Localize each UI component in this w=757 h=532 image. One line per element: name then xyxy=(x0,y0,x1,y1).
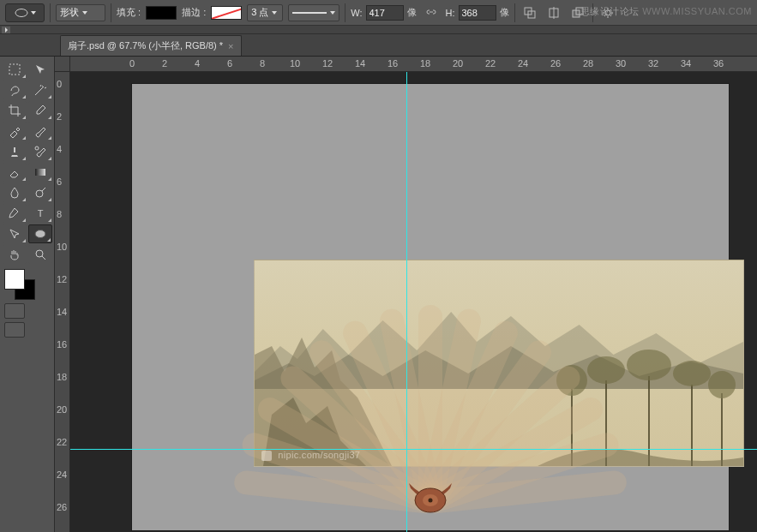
divider xyxy=(111,3,111,22)
align-button[interactable] xyxy=(544,3,563,22)
ruler-tick: 34 xyxy=(681,58,691,69)
zoom-tool[interactable] xyxy=(28,245,52,264)
ruler-tick: 20 xyxy=(57,404,67,415)
shape-mode-dropdown[interactable]: 形状 xyxy=(56,4,105,21)
fan-pivot xyxy=(407,481,454,521)
ruler-tick: 4 xyxy=(57,144,62,154)
ruler-tick: 24 xyxy=(518,58,528,69)
ellipse-icon xyxy=(14,8,29,18)
gradient-tool[interactable] xyxy=(28,163,52,182)
canvas[interactable]: nipic.com/songji37 xyxy=(132,84,729,530)
divider xyxy=(345,3,345,22)
stroke-width-dropdown[interactable]: 3 点 xyxy=(247,4,283,21)
site-watermark-cn: 思缘设计论坛 xyxy=(580,6,640,16)
stroke-style-dropdown[interactable] xyxy=(288,4,339,21)
svg-rect-18 xyxy=(35,169,45,176)
ruler-tick: 12 xyxy=(322,58,333,69)
ruler-tick: 26 xyxy=(550,58,561,69)
path-ops-button[interactable] xyxy=(520,3,539,22)
marquee-tool[interactable] xyxy=(3,60,27,79)
ruler-tick: 14 xyxy=(57,307,67,317)
foreground-color-swatch[interactable] xyxy=(4,269,25,290)
screen-mode-button[interactable] xyxy=(4,322,25,338)
brush-tool[interactable] xyxy=(28,122,52,140)
eyedropper-tool[interactable] xyxy=(28,101,52,120)
main-area: T 024681012141618202224262830323436 0246… xyxy=(0,57,757,532)
ruler-tick: 6 xyxy=(57,176,62,187)
horizontal-guide[interactable] xyxy=(70,449,757,450)
dodge-tool[interactable] xyxy=(28,183,52,202)
svg-point-0 xyxy=(15,9,27,16)
close-icon[interactable]: × xyxy=(228,41,233,51)
path-select-tool[interactable] xyxy=(3,224,27,243)
panel-collapse-bar xyxy=(0,26,757,34)
ruler-tick: 22 xyxy=(485,58,496,69)
image-watermark: nipic.com/songji37 xyxy=(261,450,360,461)
ruler-tick: 2 xyxy=(162,58,167,69)
svg-point-32 xyxy=(673,361,711,386)
magic-wand-tool[interactable] xyxy=(28,81,52,99)
link-wh-icon[interactable] xyxy=(422,3,441,22)
caret-down-icon xyxy=(272,11,277,15)
healing-brush-tool[interactable] xyxy=(3,122,27,140)
caret-down-icon xyxy=(82,11,87,15)
svg-line-20 xyxy=(42,188,45,191)
ruler-origin[interactable] xyxy=(55,57,70,72)
ruler-tick: 36 xyxy=(713,58,724,69)
document-tab-title: 扇子.psd @ 67.7% (小半径, RGB/8) * xyxy=(68,39,223,52)
ruler-tick: 16 xyxy=(57,339,67,350)
ruler-tick: 22 xyxy=(57,437,67,447)
vertical-ruler[interactable]: 02468101214161820222426 xyxy=(55,72,70,532)
crop-tool[interactable] xyxy=(3,101,27,120)
divider xyxy=(50,3,51,22)
ruler-tick: 20 xyxy=(453,58,463,69)
h-label: H: xyxy=(446,8,455,18)
lasso-tool[interactable] xyxy=(3,81,27,99)
eraser-tool[interactable] xyxy=(3,163,27,182)
ruler-tick: 26 xyxy=(57,502,67,512)
height-input[interactable] xyxy=(459,5,496,21)
svg-point-35 xyxy=(415,488,446,512)
svg-line-24 xyxy=(42,256,45,260)
tool-preset-well[interactable] xyxy=(5,3,45,22)
canvas-viewport[interactable]: nipic.com/songji37 xyxy=(70,72,757,532)
quick-mask-button[interactable] xyxy=(4,303,25,319)
shape-mode-label: 形状 xyxy=(60,6,79,19)
document-tab[interactable]: 扇子.psd @ 67.7% (小半径, RGB/8) * × xyxy=(60,35,242,56)
svg-point-19 xyxy=(36,190,43,197)
ellipse-shape-tool[interactable] xyxy=(28,224,52,243)
h-unit: 像 xyxy=(500,6,509,19)
hand-tool[interactable] xyxy=(3,245,27,264)
history-brush-tool[interactable] xyxy=(28,142,52,161)
caret-down-icon xyxy=(31,11,36,15)
quickmask-screenmode-row xyxy=(4,303,50,319)
ruler-tick: 2 xyxy=(57,111,62,122)
expand-handle[interactable] xyxy=(2,27,10,33)
ruler-tick: 0 xyxy=(129,58,135,69)
tool-panel: T xyxy=(0,57,55,532)
pen-tool[interactable] xyxy=(3,204,27,223)
move-tool[interactable] xyxy=(28,60,52,79)
height-section: H: 像 xyxy=(446,5,509,21)
stroke-swatch[interactable] xyxy=(211,6,242,20)
svg-point-30 xyxy=(627,350,671,380)
type-tool[interactable]: T xyxy=(28,204,52,223)
caret-down-icon xyxy=(330,11,335,15)
ruler-tick: 10 xyxy=(57,242,67,252)
w-label: W: xyxy=(351,8,362,18)
horizontal-ruler[interactable]: 024681012141618202224262830323436 xyxy=(70,57,757,72)
ruler-tick: 24 xyxy=(57,469,67,480)
svg-rect-16 xyxy=(9,64,20,75)
width-input[interactable] xyxy=(366,5,404,21)
site-watermark-en: WWW.MISSYUAN.COM xyxy=(642,6,752,16)
ruler-tick: 8 xyxy=(57,209,62,219)
svg-point-36 xyxy=(423,494,438,506)
ruler-tick: 16 xyxy=(388,58,398,69)
ruler-tick: 18 xyxy=(420,58,430,69)
ruler-tick: 4 xyxy=(195,58,200,69)
stamp-tool[interactable] xyxy=(3,142,27,161)
blur-tool[interactable] xyxy=(3,183,27,202)
fill-swatch[interactable] xyxy=(146,6,177,20)
vertical-guide[interactable] xyxy=(406,72,407,532)
foreground-background-swatch[interactable] xyxy=(4,269,35,300)
